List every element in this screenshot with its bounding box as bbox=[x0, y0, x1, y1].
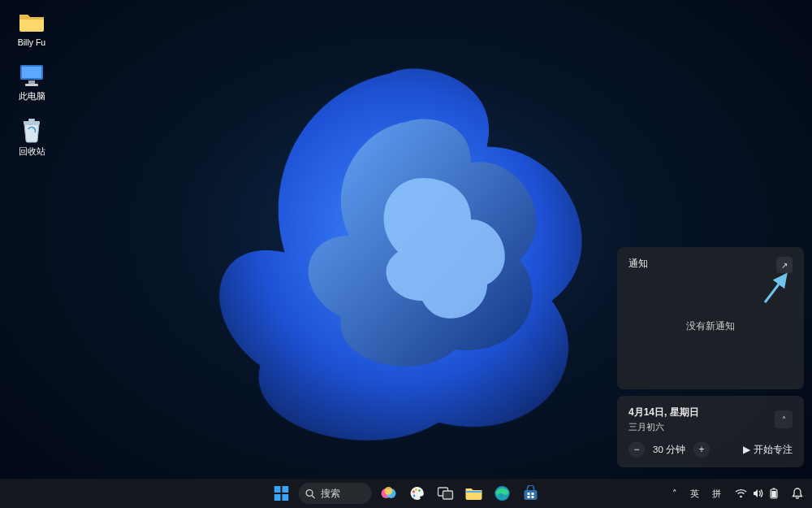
notifications-empty-text: 没有新通知 bbox=[628, 273, 793, 380]
notifications-card: 通知 ↗ 没有新通知 bbox=[617, 247, 804, 389]
notifications-button[interactable] bbox=[788, 485, 807, 502]
svg-point-11 bbox=[306, 489, 313, 496]
focus-increase-button[interactable]: + bbox=[693, 441, 710, 458]
svg-point-16 bbox=[412, 491, 415, 493]
taskbar-center: 搜索 bbox=[270, 482, 542, 505]
task-view-icon bbox=[438, 487, 454, 500]
svg-point-19 bbox=[413, 495, 416, 497]
focus-duration-stepper: − 30 分钟 + bbox=[628, 441, 710, 458]
svg-rect-27 bbox=[532, 493, 534, 495]
desktop-icon-recycle-bin[interactable]: 回收站 bbox=[6, 115, 57, 159]
calendar-focus-card: 4月14日, 星期日 三月初六 ˄ − 30 分钟 + ▶ 开始专注 bbox=[617, 396, 804, 467]
folder-icon bbox=[18, 8, 45, 36]
copilot-icon bbox=[380, 484, 398, 502]
store-icon bbox=[523, 485, 539, 501]
svg-point-15 bbox=[385, 487, 393, 495]
taskbar-copilot[interactable] bbox=[378, 482, 400, 505]
taskbar-edge[interactable] bbox=[491, 482, 514, 505]
svg-rect-8 bbox=[283, 486, 289, 493]
svg-point-18 bbox=[418, 489, 421, 492]
start-button[interactable] bbox=[270, 482, 293, 505]
taskbar-search[interactable]: 搜索 bbox=[299, 483, 372, 504]
desktop-icons: Billy Fu 此电脑 回收站 bbox=[6, 7, 57, 159]
calendar-collapse-button[interactable]: ˄ bbox=[775, 410, 793, 428]
chevron-up-icon: ˄ bbox=[672, 488, 677, 499]
desktop-icon-label: Billy Fu bbox=[18, 37, 45, 47]
desktop-icon-this-pc[interactable]: 此电脑 bbox=[6, 60, 57, 104]
taskbar-tray: ˄ 英 拼 bbox=[668, 485, 807, 502]
ime-language-button[interactable]: 英 bbox=[686, 485, 703, 502]
desktop-icon-label: 回收站 bbox=[19, 146, 45, 158]
search-icon bbox=[305, 488, 316, 499]
svg-rect-1 bbox=[22, 67, 41, 78]
recycle-bin-icon bbox=[18, 117, 45, 145]
svg-rect-9 bbox=[274, 494, 281, 501]
monitor-icon bbox=[18, 62, 45, 89]
svg-rect-25 bbox=[525, 490, 538, 500]
svg-rect-10 bbox=[283, 494, 289, 501]
expand-icon: ↗ bbox=[781, 261, 788, 270]
svg-rect-7 bbox=[274, 486, 281, 493]
notification-center: 通知 ↗ 没有新通知 4月14日, 星期日 三月初六 ˄ − 30 分钟 + bbox=[617, 247, 804, 467]
calendar-date: 4月14日, 星期日 bbox=[628, 406, 699, 419]
battery-icon bbox=[770, 488, 778, 499]
chevron-up-icon: ˄ bbox=[782, 415, 786, 424]
svg-rect-21 bbox=[443, 491, 453, 499]
quick-settings-button[interactable] bbox=[730, 485, 783, 501]
play-icon: ▶ bbox=[743, 444, 750, 455]
search-placeholder: 搜索 bbox=[321, 488, 340, 500]
edge-icon bbox=[495, 485, 511, 501]
tray-overflow-button[interactable]: ˄ bbox=[668, 486, 681, 501]
ime-mode-button[interactable]: 拼 bbox=[708, 485, 725, 502]
calendar-lunar-date: 三月初六 bbox=[628, 421, 699, 433]
paint-icon bbox=[409, 485, 425, 501]
svg-rect-22 bbox=[466, 491, 482, 493]
desktop-icon-label: 此电脑 bbox=[19, 91, 45, 102]
desktop-icon-user-folder[interactable]: Billy Fu bbox=[6, 7, 57, 49]
wallpaper-bloom bbox=[162, 24, 617, 463]
taskbar-task-view[interactable] bbox=[434, 482, 457, 505]
svg-rect-33 bbox=[771, 491, 776, 497]
focus-decrease-button[interactable]: − bbox=[628, 441, 645, 458]
svg-rect-3 bbox=[25, 84, 38, 86]
svg-rect-32 bbox=[773, 488, 775, 490]
focus-start-label: 开始专注 bbox=[754, 444, 793, 456]
notifications-expand-button[interactable]: ↗ bbox=[776, 257, 793, 273]
folder-icon bbox=[465, 486, 483, 501]
windows-logo-icon bbox=[274, 486, 289, 501]
svg-rect-26 bbox=[528, 493, 530, 495]
taskbar: 搜索 ˄ 英 拼 bbox=[0, 479, 812, 508]
svg-point-30 bbox=[740, 496, 742, 498]
focus-duration-value: 30 分钟 bbox=[648, 444, 690, 456]
svg-rect-4 bbox=[24, 121, 40, 124]
svg-line-12 bbox=[312, 495, 315, 498]
svg-rect-2 bbox=[28, 80, 35, 84]
svg-rect-28 bbox=[528, 496, 530, 498]
focus-start-button[interactable]: ▶ 开始专注 bbox=[743, 444, 793, 456]
svg-rect-5 bbox=[28, 119, 35, 121]
volume-icon bbox=[753, 488, 764, 498]
taskbar-file-explorer[interactable] bbox=[463, 482, 486, 505]
svg-rect-29 bbox=[532, 496, 534, 498]
svg-point-17 bbox=[415, 488, 417, 491]
taskbar-store[interactable] bbox=[520, 482, 542, 505]
taskbar-paint[interactable] bbox=[406, 482, 429, 505]
notifications-title: 通知 bbox=[628, 257, 648, 271]
bell-icon bbox=[792, 488, 803, 500]
wifi-icon bbox=[735, 488, 747, 498]
